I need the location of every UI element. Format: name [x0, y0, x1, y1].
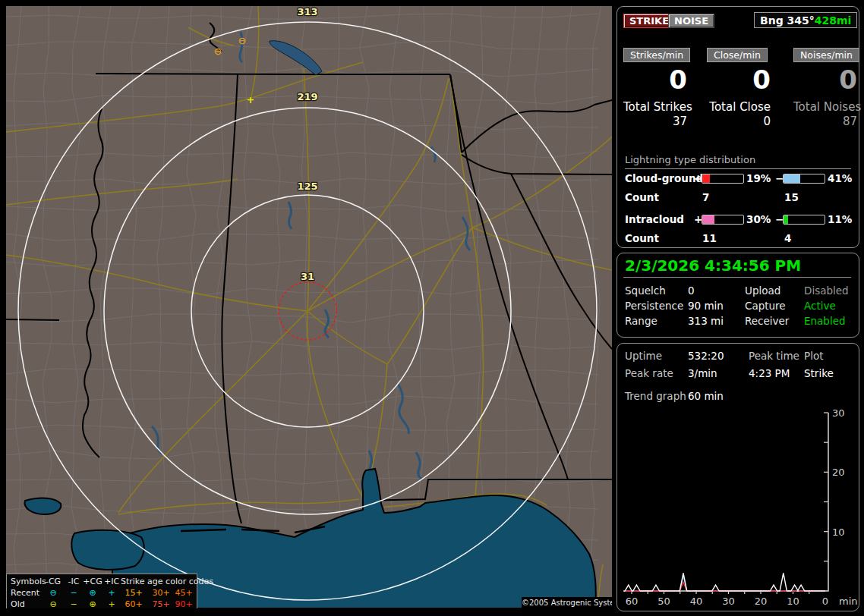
capture-label: Capture — [745, 300, 786, 312]
map-canvas: 31321912531 ⊖⊖+ — [6, 6, 612, 608]
recent-ic-neg-icon: − — [65, 587, 83, 599]
trend-graph: 1020306050403020100min — [617, 344, 859, 611]
trend-xtick-10: 10 — [787, 596, 799, 607]
receiver-label: Receiver — [745, 315, 789, 327]
ring-label-125: 125 — [297, 181, 317, 192]
trend-xtick-50: 50 — [657, 596, 670, 607]
ic-neg-count: 4 — [784, 232, 791, 244]
total-close-value: 0 — [707, 115, 771, 128]
age-code-75: 75+ — [148, 599, 174, 608]
age-code-30: 30+ — [148, 587, 174, 599]
upload-label: Upload — [745, 284, 780, 297]
squelch-label: Squelch — [625, 284, 666, 297]
noises-rate: 0 — [793, 64, 857, 95]
trend-xtick-0: 0 — [822, 596, 828, 607]
bearing-readout: Bng 345° 428mi — [754, 12, 857, 28]
ic-neg-bar — [783, 215, 825, 225]
intracloud-label: Intracloud — [625, 213, 684, 225]
squelch-value: 0 — [688, 284, 695, 297]
old-cg-pos-icon: ⊕ — [83, 599, 102, 608]
close-rate: 0 — [707, 64, 771, 95]
counters-panel: STRIKE NOISE Bng 345° 428mi Strikes/min … — [616, 6, 859, 248]
total-noises-label: Total Noises — [793, 100, 857, 114]
bearing-label: Bng 345° — [760, 14, 815, 27]
legend-title: Symbols — [11, 576, 44, 587]
capture-status: Active — [804, 300, 836, 312]
ic-neg-pct: 11% — [828, 213, 852, 225]
cg-pos-count: 7 — [702, 191, 709, 203]
persistence-value: 90 min — [688, 300, 724, 312]
strike-symbol-0: ⊖ — [214, 46, 222, 57]
strike-mode-button[interactable]: STRIKE — [623, 14, 675, 28]
strikes-per-min-chip[interactable]: Strikes/min — [623, 48, 690, 62]
trend-xtick-40: 40 — [690, 596, 703, 607]
lightning-map[interactable]: 31321912531 ⊖⊖+ Symbols -CG -IC +CG +IC … — [6, 6, 612, 608]
range-value: 313 mi — [688, 315, 724, 327]
trend-ytick-20: 20 — [832, 467, 845, 478]
cg-pos-pct: 19% — [746, 172, 771, 184]
ring-label-31: 31 — [301, 271, 314, 282]
ic-count-label: Count — [625, 232, 659, 244]
persistence-label: Persistence — [625, 300, 683, 312]
legend-col-ic-pos: +IC — [102, 576, 121, 587]
age-code-15: 15+ — [121, 587, 147, 599]
map-legend: Symbols -CG -IC +CG +IC Strike age color… — [6, 574, 197, 608]
old-ic-pos-icon: + — [102, 599, 121, 608]
noise-mode-button[interactable]: NOISE — [668, 14, 714, 28]
range-label: Range — [625, 315, 657, 327]
datetime-display: 2/3/2026 4:34:56 PM — [625, 256, 801, 275]
trend-xtick-60: 60 — [626, 596, 639, 607]
datetime-divider — [623, 277, 851, 278]
cg-pos-bar — [702, 174, 744, 184]
stats-panel: Uptime 532:20 Peak time Plot Peak rate 3… — [616, 343, 859, 611]
trend-series-strikes — [625, 574, 825, 592]
recent-cg-pos-icon: ⊕ — [83, 587, 102, 599]
total-strikes-value: 37 — [623, 115, 687, 128]
trend-axes — [623, 413, 828, 591]
trend-series-close — [626, 576, 826, 591]
ic-pos-pct: 30% — [746, 213, 771, 225]
legend-row-old: Old — [11, 599, 44, 608]
copyright-text: ©2005 Astrogenic Systems — [522, 597, 612, 608]
recent-ic-pos-icon: + — [102, 587, 121, 599]
status-panel: 2/3/2026 4:34:56 PM Squelch 0 Upload Dis… — [616, 253, 859, 338]
recent-cg-neg-icon: ⊖ — [43, 587, 63, 599]
strike-symbol-2: + — [247, 94, 255, 105]
legend-col-ic-neg: -IC — [65, 576, 83, 587]
cloud-ground-label: Cloud-ground — [625, 172, 703, 184]
trend-ytick-10: 10 — [832, 526, 845, 538]
trend-xtick-20: 20 — [755, 596, 768, 607]
legend-col-cg-neg: -CG — [43, 576, 63, 587]
receiver-status: Enabled — [804, 315, 846, 327]
strike-symbol-1: ⊖ — [238, 35, 247, 46]
ring-label-219: 219 — [297, 91, 317, 102]
strikes-rate: 0 — [623, 64, 687, 95]
total-noises-value: 87 — [793, 115, 857, 128]
bearing-distance: 428mi — [815, 14, 852, 27]
legend-row-recent: Recent — [11, 587, 44, 599]
legend-age-title: Strike age color codes — [121, 576, 197, 587]
cg-count-label: Count — [625, 191, 659, 203]
trend-x-unit: min — [839, 596, 858, 607]
distribution-title: Lightning type distribution — [625, 154, 851, 169]
cg-neg-pct: 41% — [828, 172, 852, 184]
age-code-90: 90+ — [171, 599, 197, 608]
cg-neg-count: 15 — [784, 191, 799, 203]
close-per-min-chip[interactable]: Close/min — [707, 48, 768, 62]
total-strikes-label: Total Strikes — [623, 100, 687, 114]
cg-neg-bar — [783, 174, 825, 184]
age-code-45: 45+ — [171, 587, 197, 599]
app-window: 31321912531 ⊖⊖+ Symbols -CG -IC +CG +IC … — [0, 0, 864, 616]
upload-status: Disabled — [804, 284, 849, 297]
old-cg-neg-icon: ⊖ — [43, 599, 63, 608]
age-code-60: 60+ — [121, 599, 147, 608]
total-close-label: Total Close — [707, 100, 771, 114]
ic-pos-bar — [702, 215, 744, 225]
trend-ytick-30: 30 — [832, 407, 845, 419]
ic-pos-count: 11 — [702, 232, 717, 244]
ring-label-313: 313 — [297, 6, 317, 17]
trend-xtick-30: 30 — [722, 596, 735, 607]
noises-per-min-chip[interactable]: Noises/min — [793, 48, 859, 62]
legend-col-cg-pos: +CG — [83, 576, 102, 587]
old-ic-neg-icon: − — [65, 599, 83, 608]
